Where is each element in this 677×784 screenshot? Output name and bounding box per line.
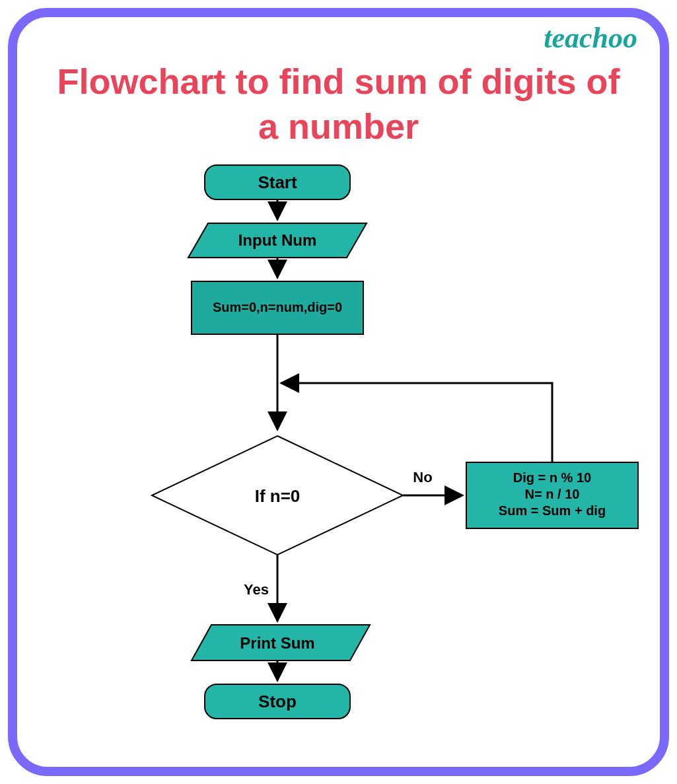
flowchart-svg: Start Input Num Sum=0,n=num,dig=0 If n=0… (0, 159, 677, 779)
title-line-2: a number (258, 106, 419, 146)
node-init-label: Sum=0,n=num,dig=0 (213, 300, 342, 314)
title-line-1: Flowchart to find sum of digits of (57, 61, 620, 101)
node-print-label: Print Sum (240, 634, 314, 652)
brand-logo: teachoo (544, 21, 637, 55)
node-start-label: Start (258, 172, 297, 192)
node-process-l1: Dig = n % 10 (513, 470, 591, 485)
label-no: No (413, 469, 432, 485)
arrow-loop-back (281, 383, 552, 462)
label-yes: Yes (244, 581, 269, 598)
node-input-label: Input Num (238, 231, 317, 249)
node-stop-label: Stop (258, 692, 297, 711)
node-process-l2: N= n / 10 (525, 487, 580, 501)
node-decision-label: If n=0 (255, 486, 301, 506)
page-title: Flowchart to find sum of digits of a num… (0, 59, 677, 149)
node-process-l3: Sum = Sum + dig (499, 503, 606, 518)
